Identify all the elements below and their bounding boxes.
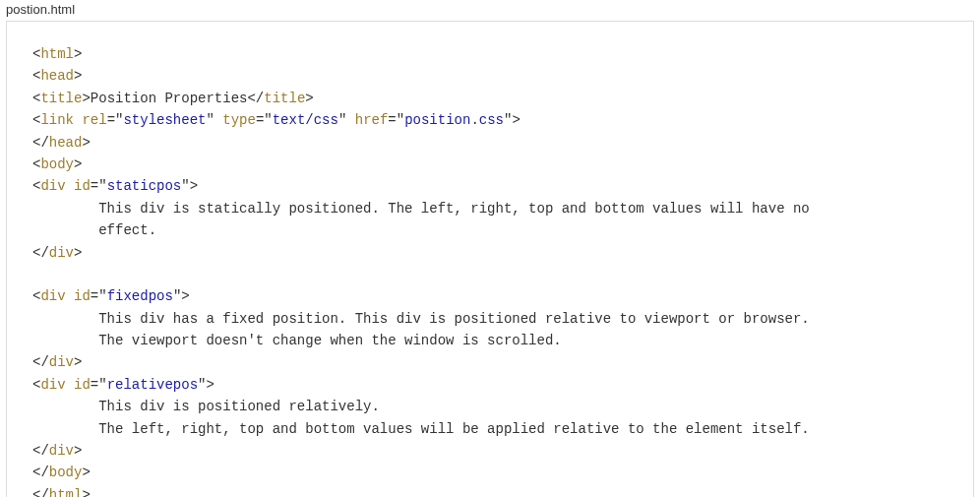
tag-div-open: div bbox=[40, 178, 65, 194]
val-fixedpos: fixedpos bbox=[107, 288, 173, 304]
val-staticpos: staticpos bbox=[107, 178, 182, 194]
code-block: <html> <head> <title>Position Properties… bbox=[32, 43, 948, 497]
static-text-2: effect. bbox=[32, 222, 156, 238]
punct: = bbox=[91, 288, 98, 304]
tag-body-close: body bbox=[49, 465, 83, 480]
punct: > bbox=[74, 443, 82, 459]
punct bbox=[66, 288, 74, 304]
tag-title-close: title bbox=[264, 91, 305, 106]
punct: " bbox=[206, 112, 214, 128]
tag-head-close: head bbox=[49, 135, 83, 151]
code-container: <html> <head> <title>Position Properties… bbox=[6, 21, 974, 497]
punct: </ bbox=[32, 465, 49, 480]
punct: </ bbox=[32, 443, 49, 459]
punct: </ bbox=[32, 135, 49, 151]
punct: > bbox=[74, 354, 82, 370]
punct: " bbox=[264, 112, 272, 128]
tag-title-open: title bbox=[40, 91, 82, 106]
punct: = bbox=[91, 377, 98, 393]
tag-div-close: div bbox=[49, 443, 74, 459]
tag-div-open: div bbox=[40, 377, 65, 393]
punct: </ bbox=[32, 245, 49, 261]
val-relativepos: relativepos bbox=[107, 377, 198, 393]
static-text-1: This div is statically positioned. The l… bbox=[32, 201, 810, 217]
attr-type: type bbox=[222, 112, 256, 128]
punct: = bbox=[107, 112, 115, 128]
punct: > bbox=[82, 91, 90, 106]
title-text: Position Properties bbox=[91, 91, 248, 106]
punct: > bbox=[74, 245, 82, 261]
punct: = bbox=[91, 178, 98, 194]
punct: " bbox=[397, 112, 404, 128]
punct bbox=[346, 112, 354, 128]
punct: " bbox=[98, 178, 106, 194]
punct: " bbox=[181, 178, 189, 194]
fixed-text-1: This div has a fixed position. This div … bbox=[32, 311, 810, 327]
attr-id: id bbox=[74, 377, 91, 393]
tag-html-open: html bbox=[40, 46, 74, 62]
file-name-label: postion.html bbox=[0, 0, 980, 19]
punct: > bbox=[82, 487, 90, 497]
punct: > bbox=[82, 135, 90, 151]
rel-text-2: The left, right, top and bottom values w… bbox=[32, 421, 810, 437]
val-textcss: text/css bbox=[273, 112, 338, 128]
punct: > bbox=[74, 68, 82, 84]
fixed-text-2: The viewport doesn't change when the win… bbox=[32, 333, 562, 348]
punct: > bbox=[74, 156, 82, 172]
attr-id: id bbox=[74, 178, 91, 194]
punct: " bbox=[98, 377, 106, 393]
val-stylesheet: stylesheet bbox=[123, 112, 206, 128]
rel-text-1: This div is positioned relatively. bbox=[32, 399, 380, 414]
punct bbox=[66, 377, 74, 393]
tag-link: link bbox=[40, 112, 74, 128]
val-href-pre: position bbox=[404, 112, 470, 128]
attr-href: href bbox=[355, 112, 389, 128]
val-href-dot: . bbox=[470, 112, 478, 128]
punct: " bbox=[98, 288, 106, 304]
punct bbox=[66, 178, 74, 194]
tag-div-close: div bbox=[49, 354, 74, 370]
tag-body-open: body bbox=[40, 156, 74, 172]
attr-rel: rel bbox=[82, 112, 106, 128]
val-href-ext: css bbox=[479, 112, 504, 128]
punct: > bbox=[74, 46, 82, 62]
punct: > bbox=[181, 288, 189, 304]
punct: > bbox=[82, 465, 90, 480]
punct: </ bbox=[32, 487, 49, 497]
punct: > bbox=[512, 112, 520, 128]
punct: > bbox=[206, 377, 214, 393]
punct: </ bbox=[32, 354, 49, 370]
punct: </ bbox=[247, 91, 264, 106]
tag-div-open: div bbox=[40, 288, 65, 304]
punct: = bbox=[388, 112, 396, 128]
tag-div-close: div bbox=[49, 245, 74, 261]
attr-id: id bbox=[74, 288, 91, 304]
punct: > bbox=[190, 178, 198, 194]
tag-head-open: head bbox=[40, 68, 74, 84]
tag-html-close: html bbox=[49, 487, 83, 497]
punct: > bbox=[305, 91, 313, 106]
